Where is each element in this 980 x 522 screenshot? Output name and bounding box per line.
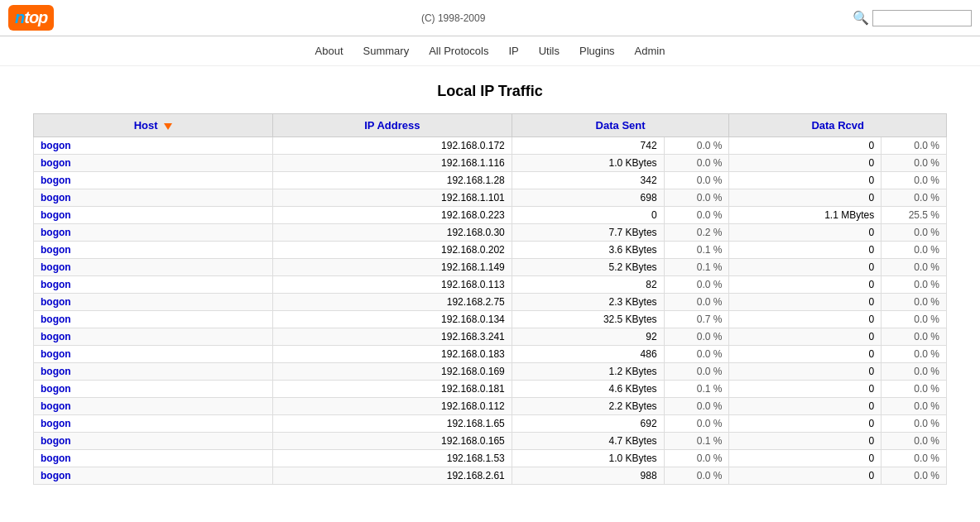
ip-cell: 192.168.0.113 bbox=[272, 276, 512, 294]
rcvd-value: 0 bbox=[729, 398, 882, 415]
host-link[interactable]: bogon bbox=[41, 157, 71, 169]
col-rcvd[interactable]: Data Rcvd bbox=[729, 114, 947, 137]
table-row: bogon 192.168.0.223 0 0.0 % 1.1 MBytes 2… bbox=[34, 207, 947, 224]
nav-all-protocols[interactable]: All Protocols bbox=[429, 45, 488, 57]
host-cell: bogon bbox=[34, 172, 273, 189]
rcvd-pct: 0.0 % bbox=[882, 242, 947, 259]
rcvd-value: 0 bbox=[729, 294, 882, 311]
table-row: bogon 192.168.0.183 486 0.0 % 0 0.0 % bbox=[34, 346, 947, 363]
rcvd-value: 0 bbox=[729, 363, 882, 381]
table-row: bogon 192.168.0.181 4.6 KBytes 0.1 % 0 0… bbox=[34, 381, 947, 398]
sort-icon bbox=[164, 123, 172, 130]
col-host-label: Host bbox=[134, 119, 158, 132]
host-link[interactable]: bogon bbox=[41, 453, 71, 464]
search-input[interactable] bbox=[872, 10, 972, 26]
sent-pct: 0.0 % bbox=[664, 328, 729, 346]
sent-value: 4.7 KBytes bbox=[512, 433, 664, 450]
rcvd-value: 0 bbox=[729, 346, 882, 363]
sent-pct: 0.7 % bbox=[664, 311, 729, 328]
sent-value: 2.2 KBytes bbox=[512, 398, 664, 415]
host-link[interactable]: bogon bbox=[41, 383, 71, 395]
sent-value: 3.6 KBytes bbox=[512, 242, 664, 259]
rcvd-value: 0 bbox=[729, 450, 882, 467]
nav-utils[interactable]: Utils bbox=[539, 45, 560, 57]
host-link[interactable]: bogon bbox=[41, 366, 71, 377]
host-link[interactable]: bogon bbox=[41, 192, 71, 204]
sent-value: 342 bbox=[512, 172, 664, 189]
nav-about[interactable]: About bbox=[315, 45, 343, 57]
sent-pct: 0.0 % bbox=[664, 398, 729, 415]
table-row: bogon 192.168.0.165 4.7 KBytes 0.1 % 0 0… bbox=[34, 433, 947, 450]
rcvd-pct: 0.0 % bbox=[882, 189, 947, 207]
ip-cell: 192.168.0.181 bbox=[272, 381, 512, 398]
rcvd-pct: 0.0 % bbox=[882, 276, 947, 294]
sent-pct: 0.0 % bbox=[664, 189, 729, 207]
nav-ip[interactable]: IP bbox=[508, 45, 518, 57]
host-link[interactable]: bogon bbox=[41, 400, 71, 412]
ip-cell: 192.168.0.172 bbox=[272, 137, 512, 155]
search-area: 🔍 bbox=[853, 10, 972, 26]
col-ip-label: IP Address bbox=[364, 119, 420, 132]
sent-pct: 0.0 % bbox=[664, 467, 729, 485]
host-cell: bogon bbox=[34, 398, 273, 415]
sent-value: 0 bbox=[512, 207, 664, 224]
host-link[interactable]: bogon bbox=[41, 470, 71, 481]
rcvd-pct: 0.0 % bbox=[882, 415, 947, 433]
host-cell: bogon bbox=[34, 276, 273, 294]
host-link[interactable]: bogon bbox=[41, 418, 71, 429]
host-link[interactable]: bogon bbox=[41, 435, 71, 447]
host-cell: bogon bbox=[34, 328, 273, 346]
nav-plugins[interactable]: Plugins bbox=[579, 45, 615, 57]
sent-value: 988 bbox=[512, 467, 664, 485]
nav-admin[interactable]: Admin bbox=[635, 45, 665, 57]
rcvd-pct: 0.0 % bbox=[882, 346, 947, 363]
col-sent[interactable]: Data Sent bbox=[512, 114, 729, 137]
col-rcvd-label: Data Rcvd bbox=[811, 119, 864, 132]
host-link[interactable]: bogon bbox=[41, 296, 71, 308]
table-row: bogon 192.168.0.134 32.5 KBytes 0.7 % 0 … bbox=[34, 311, 947, 328]
host-link[interactable]: bogon bbox=[41, 227, 71, 238]
col-host[interactable]: Host bbox=[34, 114, 273, 137]
host-link[interactable]: bogon bbox=[41, 331, 71, 342]
sent-pct: 0.1 % bbox=[664, 381, 729, 398]
rcvd-value: 0 bbox=[729, 224, 882, 242]
logo-text: ntop bbox=[15, 8, 47, 27]
host-link[interactable]: bogon bbox=[41, 279, 71, 290]
host-link[interactable]: bogon bbox=[41, 140, 71, 151]
sent-pct: 0.0 % bbox=[664, 172, 729, 189]
host-cell: bogon bbox=[34, 346, 273, 363]
host-link[interactable]: bogon bbox=[41, 175, 71, 186]
ip-cell: 192.168.1.101 bbox=[272, 189, 512, 207]
sent-pct: 0.1 % bbox=[664, 433, 729, 450]
rcvd-value: 0 bbox=[729, 415, 882, 433]
rcvd-pct: 0.0 % bbox=[882, 363, 947, 381]
sent-pct: 0.0 % bbox=[664, 276, 729, 294]
search-icon[interactable]: 🔍 bbox=[853, 10, 869, 26]
sent-pct: 0.0 % bbox=[664, 137, 729, 155]
ip-cell: 192.168.1.65 bbox=[272, 415, 512, 433]
table-row: bogon 192.168.0.202 3.6 KBytes 0.1 % 0 0… bbox=[34, 242, 947, 259]
sent-pct: 0.0 % bbox=[664, 207, 729, 224]
host-cell: bogon bbox=[34, 433, 273, 450]
sent-value: 4.6 KBytes bbox=[512, 381, 664, 398]
host-link[interactable]: bogon bbox=[41, 314, 71, 325]
col-ip[interactable]: IP Address bbox=[272, 114, 512, 137]
rcvd-value: 0 bbox=[729, 172, 882, 189]
rcvd-value: 1.1 MBytes bbox=[729, 207, 882, 224]
ip-cell: 192.168.1.116 bbox=[272, 155, 512, 172]
sent-pct: 0.2 % bbox=[664, 224, 729, 242]
host-cell: bogon bbox=[34, 207, 273, 224]
host-cell: bogon bbox=[34, 363, 273, 381]
nav-summary[interactable]: Summary bbox=[363, 45, 410, 57]
host-link[interactable]: bogon bbox=[41, 261, 71, 273]
sent-value: 692 bbox=[512, 415, 664, 433]
host-link[interactable]: bogon bbox=[41, 209, 71, 221]
table-row: bogon 192.168.0.30 7.7 KBytes 0.2 % 0 0.… bbox=[34, 224, 947, 242]
ip-cell: 192.168.2.75 bbox=[272, 294, 512, 311]
host-link[interactable]: bogon bbox=[41, 244, 71, 256]
logo[interactable]: ntop bbox=[8, 5, 54, 31]
rcvd-value: 0 bbox=[729, 259, 882, 276]
host-link[interactable]: bogon bbox=[41, 348, 71, 360]
host-cell: bogon bbox=[34, 415, 273, 433]
ip-cell: 192.168.1.28 bbox=[272, 172, 512, 189]
